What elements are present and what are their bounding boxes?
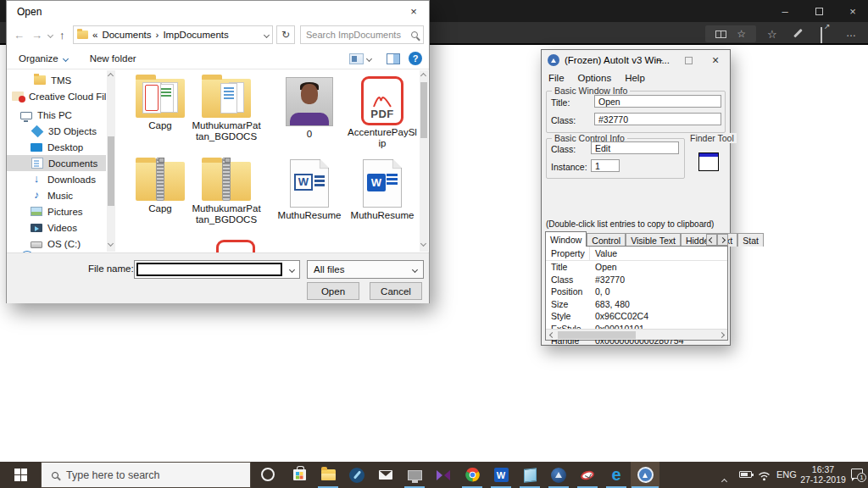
taskbar-icon-remote-desktop[interactable]: [400, 462, 429, 488]
tab-visible-text[interactable]: Visible Text: [626, 233, 681, 247]
property-row[interactable]: Class#32770: [546, 274, 727, 286]
edge-minimize-button[interactable]: –: [770, 0, 800, 22]
dialog-close-button[interactable]: ×: [398, 1, 429, 21]
column-property[interactable]: Property: [546, 247, 590, 260]
new-folder-button[interactable]: New folder: [90, 53, 136, 64]
file-item-capg-zip[interactable]: Capg: [124, 155, 197, 214]
tab-scroll-left[interactable]: [706, 234, 717, 246]
horizontal-scrollbar[interactable]: [546, 329, 727, 340]
window-title-field[interactable]: Open: [594, 95, 721, 108]
control-class-field[interactable]: Edit: [591, 141, 679, 154]
sidebar-item-desktop[interactable]: Desktop: [7, 139, 106, 155]
taskbar-clock[interactable]: 16:37 27-12-2019: [798, 464, 848, 485]
taskbar-search-input[interactable]: Type here to search: [41, 462, 251, 488]
sidebar-item-3d-objects[interactable]: 3D Objects: [7, 123, 106, 139]
instance-field[interactable]: 1: [591, 159, 620, 172]
battery-icon[interactable]: [739, 471, 752, 478]
scroll-down-icon[interactable]: [420, 241, 426, 247]
breadcrumb-item-impdocuments[interactable]: ImpDocuments: [163, 30, 228, 40]
taskbar-icon-autoit-sphere[interactable]: [544, 462, 573, 488]
taskbar-icon-glass-pane-app[interactable]: [515, 462, 544, 488]
open-button[interactable]: Open: [307, 282, 359, 300]
hscroll-thumb[interactable]: [558, 331, 636, 339]
sidebar-item-pictures[interactable]: Pictures: [7, 203, 106, 219]
breadcrumb-collapse[interactable]: «: [92, 30, 97, 40]
edge-close-button[interactable]: ×: [837, 0, 868, 22]
scroll-up-icon[interactable]: [108, 73, 114, 79]
share-icon[interactable]: ↗: [821, 27, 822, 43]
taskbar-icon-microsoft-store[interactable]: [285, 462, 314, 488]
tab-window[interactable]: Window: [545, 231, 587, 247]
finder-tool-icon[interactable]: [698, 152, 719, 171]
menu-options[interactable]: Options: [578, 73, 612, 83]
menu-help[interactable]: Help: [625, 73, 645, 83]
wifi-icon[interactable]: [758, 469, 771, 485]
sidebar-item-videos[interactable]: Videos: [7, 219, 106, 236]
autoit-minimize-button[interactable]: –: [647, 50, 672, 70]
breadcrumb-item-documents[interactable]: Documents: [102, 30, 151, 40]
property-list[interactable]: Property Value TitleOpen Class#32770 Pos…: [545, 246, 728, 341]
scrollbar-thumb[interactable]: [420, 82, 427, 138]
tab-control[interactable]: Control: [587, 233, 626, 247]
organize-button[interactable]: Organize: [19, 53, 68, 64]
up-button[interactable]: ↑: [59, 29, 65, 42]
filelist-scrollbar[interactable]: [420, 70, 428, 252]
taskbar-icon-autoit-window-info[interactable]: [631, 462, 659, 488]
back-button[interactable]: ←: [14, 29, 25, 42]
language-indicator[interactable]: ENG: [776, 469, 797, 480]
taskbar-icon-visual-studio[interactable]: [429, 462, 458, 488]
address-dropdown-chevron[interactable]: [264, 31, 270, 37]
file-item-muthuresume-docx[interactable]: W MuthuResume: [346, 155, 419, 221]
file-item-bgdocs-folder[interactable]: MuthukumarPattan_BGDOCS: [190, 72, 263, 142]
reading-view-icon[interactable]: [715, 30, 726, 38]
scrollbar-thumb[interactable]: [108, 136, 114, 206]
file-name-dropdown-chevron[interactable]: [289, 267, 295, 273]
views-button[interactable]: [349, 53, 371, 64]
favorites-bar-icon[interactable]: ☆: [767, 29, 777, 40]
sidebar-item-music[interactable]: ♪Music: [7, 187, 106, 203]
scroll-up-icon[interactable]: [420, 73, 426, 79]
autoit-close-button[interactable]: ×: [703, 50, 728, 70]
sidebar-item-this-pc[interactable]: This PC: [7, 107, 106, 123]
sidebar-item-creative-cloud[interactable]: Creative Cloud Files: [7, 88, 106, 104]
favorite-star-icon[interactable]: ☆: [737, 29, 746, 39]
help-icon[interactable]: ?: [409, 52, 422, 65]
property-row[interactable]: Size683, 480: [546, 298, 727, 311]
file-item-bgdocs-zip[interactable]: MuthukumarPattan_BGDOCS: [190, 155, 263, 225]
autoit-titlebar[interactable]: (Frozen) AutoIt v3 Win...: [542, 50, 730, 70]
taskbar-icon-word[interactable]: W: [487, 462, 515, 488]
file-item-accenture-payslip[interactable]: PDF AccenturePaySlip: [346, 72, 419, 149]
search-input[interactable]: Search ImpDocuments: [300, 25, 424, 44]
open-dialog-titlebar[interactable]: Open: [7, 1, 429, 23]
file-item-capg-folder[interactable]: Capg: [124, 72, 197, 131]
scroll-right-button[interactable]: [715, 330, 727, 340]
cancel-button[interactable]: Cancel: [370, 282, 422, 300]
column-value[interactable]: Value: [590, 248, 727, 258]
breadcrumb[interactable]: « Documents › ImpDocuments: [73, 25, 273, 44]
file-item-muthuresume-doc[interactable]: W MuthuResume: [273, 155, 346, 221]
file-item-photo-0[interactable]: 0: [273, 72, 346, 140]
start-button[interactable]: [0, 462, 41, 488]
scroll-down-icon[interactable]: [108, 241, 114, 247]
tab-status[interactable]: Stat: [737, 233, 764, 247]
refresh-button[interactable]: ↻: [276, 25, 295, 44]
sidebar-item-downloads[interactable]: ↓Downloads: [7, 171, 106, 187]
cortana-icon[interactable]: [261, 468, 275, 481]
sidebar-item-tms[interactable]: TMS: [7, 72, 106, 88]
taskbar-icon-edge[interactable]: e: [602, 462, 631, 488]
taskbar-icon-mail[interactable]: [371, 462, 400, 488]
recent-locations-chevron[interactable]: [47, 31, 53, 37]
sidebar-item-documents[interactable]: Documents: [7, 155, 106, 171]
forward-button[interactable]: →: [31, 29, 42, 42]
scroll-left-button[interactable]: [546, 330, 558, 340]
edge-restore-button[interactable]: [804, 0, 834, 22]
file-name-combobox[interactable]: [134, 260, 300, 279]
action-center-icon[interactable]: 1: [851, 469, 863, 479]
window-class-field[interactable]: #32770: [594, 113, 721, 125]
preview-pane-icon[interactable]: [387, 53, 400, 64]
tray-expand-chevron[interactable]: [722, 472, 726, 487]
taskbar-icon-chrome[interactable]: [458, 462, 487, 488]
menu-file[interactable]: File: [548, 73, 565, 83]
taskbar-icon-snipping-tool[interactable]: [573, 462, 602, 488]
taskbar-icon-file-explorer[interactable]: [314, 462, 342, 488]
